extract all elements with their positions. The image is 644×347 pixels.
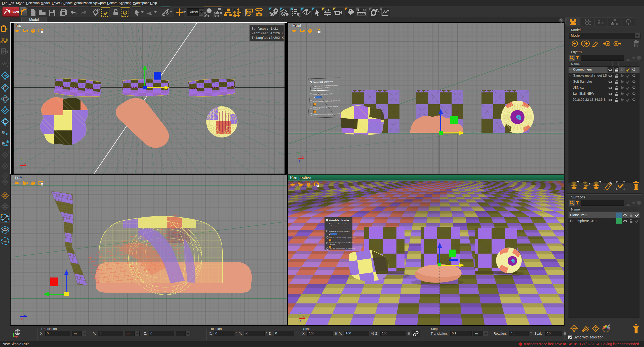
svg-text:Y: Y [299,311,301,315]
svg-text:Materials Libraries: Materials Libraries [329,219,349,222]
svg-text:X: X [24,162,26,165]
svg-text:Y: Y [20,158,22,161]
svg-text:Libraries": Libraries" [313,108,320,110]
svg-text:Y: Y [298,152,300,155]
svg-text:Z: Z [24,313,26,316]
svg-text:Explore and share stunning mat: Explore and share stunning materials [329,223,354,225]
svg-text:Left: Left [15,176,22,180]
svg-text:Triangles:2/202 K: Triangles:2/202 K [252,36,284,40]
svg-text:Front: Front [292,23,301,27]
svg-text:Libraries": Libraries" [329,244,335,245]
svg-text:?: ? [595,326,597,330]
svg-text:Drag and drop materials on you: Drag and drop materials on your model [329,248,355,249]
svg-text:i: i [327,219,327,222]
svg-text:Z: Z [300,320,301,323]
svg-text:Vertices: 4/126 K: Vertices: 4/126 K [252,32,284,35]
svg-text:Z: Z [21,167,22,170]
svg-text:Make sure you are in «Matter»: Make sure you are in «Matter» [329,231,350,232]
svg-text:Surfaces: 1/21: Surfaces: 1/21 [252,27,278,31]
svg-text:to dress up your models.: to dress up your models. [329,225,346,227]
svg-text:Top: Top [15,23,21,27]
svg-text:X: X [21,318,23,321]
svg-text:Y: Y [21,309,23,313]
svg-text:Open material groups in the "M: Open material groups in the "Material [329,242,354,244]
svg-text:X: X [303,315,305,318]
svg-text:Z: Z [299,160,300,163]
svg-text:Click on «External Library Exp: Click on «External Library Explorer» tab [329,237,356,238]
svg-text:X: X [302,155,304,158]
